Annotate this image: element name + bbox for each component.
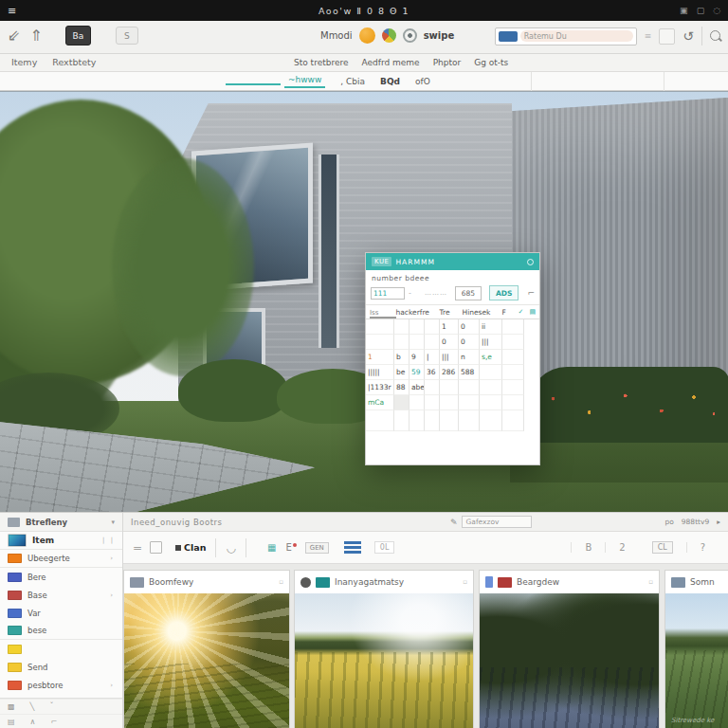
thumbnail-card[interactable]: Boomfewy▫ xyxy=(123,570,290,728)
orange-status-icon[interactable] xyxy=(359,27,375,44)
chevron-down-icon[interactable]: ▾ xyxy=(111,519,115,526)
view-option-button[interactable] xyxy=(659,28,675,45)
sort-bars-icon[interactable] xyxy=(344,541,361,554)
layout-lines-icon[interactable]: = xyxy=(133,541,142,555)
dialog-button-a[interactable]: 685 xyxy=(455,286,482,300)
floating-dialog[interactable]: KUE HARMMM number bdeee - ……… 685 ADS ⌐ … xyxy=(365,252,540,465)
photo-hedge xyxy=(178,359,288,422)
person-icon[interactable]: B xyxy=(571,542,605,553)
sidebar-item-base[interactable]: Base› xyxy=(0,586,122,604)
subtab-item[interactable]: BQd xyxy=(380,77,400,86)
column-label[interactable]: Iss xyxy=(370,309,396,318)
dialog-titlebar[interactable]: KUE HARMMM xyxy=(366,253,539,270)
sidebar-footer-icon[interactable]: ⌐ xyxy=(50,718,57,726)
card-corner-icon[interactable]: ▫ xyxy=(279,578,283,586)
menu-tab[interactable]: Rextbtety xyxy=(52,57,96,67)
search-filter-icon[interactable] xyxy=(499,31,518,42)
mode-button-dark[interactable]: Ba xyxy=(65,26,91,46)
search-icon[interactable] xyxy=(710,30,722,43)
window-control-icon[interactable]: ▢ xyxy=(697,6,705,15)
film-header-right-item[interactable]: ▸ xyxy=(717,518,720,526)
mode-button-light[interactable]: S xyxy=(116,27,138,45)
flag-e-icon[interactable]: E xyxy=(285,542,291,553)
sidebar-item[interactable] xyxy=(0,640,122,658)
sidebar-header[interactable]: Btrefleny ▾ xyxy=(0,513,122,532)
dialog-header-icon[interactable]: ▤ xyxy=(529,308,536,316)
clan-button[interactable]: Clan xyxy=(175,542,206,553)
dialog-table-cell xyxy=(502,395,524,410)
menu-item[interactable]: Sto tretbrere xyxy=(294,58,349,67)
thumbnail-image[interactable] xyxy=(295,593,473,728)
search-box[interactable] xyxy=(495,27,637,46)
search-input[interactable] xyxy=(520,30,633,42)
thumbnail-image[interactable] xyxy=(480,593,659,728)
thumbnail-card[interactable]: Inanyagatmatsy▫ xyxy=(294,570,474,728)
sidebar-item-action-icon[interactable]: › xyxy=(110,682,115,689)
dialog-column-header[interactable]: hackerfre xyxy=(396,308,440,317)
dialog-table-cell: s,e xyxy=(480,350,502,365)
subtab-item[interactable]: ofO xyxy=(415,77,430,86)
sidebar-item-bese[interactable]: bese xyxy=(0,622,122,640)
menu-tab[interactable]: Itemy xyxy=(11,57,37,67)
sidebar-footer-icon[interactable]: ˇ xyxy=(49,702,53,711)
sidebar-footer-icon[interactable]: ∧ xyxy=(30,718,36,726)
thumbnail-image[interactable]: Sitrewede ke xyxy=(665,593,728,728)
help-icon[interactable]: ? xyxy=(686,542,719,553)
main-photo-viewer[interactable]: KUE HARMMM number bdeee - ……… 685 ADS ⌐ … xyxy=(0,91,728,512)
film-edit-chip[interactable]: Gafexzov xyxy=(462,516,532,528)
film-header-right-item[interactable]: 988ttv9 xyxy=(682,518,709,526)
menu-item[interactable]: Aedfrd meme xyxy=(362,58,420,67)
sidebar-item-pesbtore[interactable]: pesbtore› xyxy=(0,676,122,694)
sidebar-item-action-icon[interactable]: › xyxy=(110,555,115,562)
dialog-table-cell: 0 xyxy=(459,319,480,335)
sidebar-item-action-icon[interactable]: | | xyxy=(102,537,115,544)
undo-icon[interactable]: ↺ xyxy=(682,28,694,44)
grid-view-icon[interactable]: ▦ xyxy=(267,542,276,553)
sidebar-item-send[interactable]: Send xyxy=(0,658,122,676)
menu-item[interactable]: Phptor xyxy=(433,58,462,67)
thumbnail-image[interactable] xyxy=(124,593,289,728)
dialog-number-input[interactable] xyxy=(371,287,405,300)
subtab-item[interactable]: , Cbia xyxy=(340,77,365,86)
dialog-button-b[interactable]: ADS xyxy=(489,285,519,300)
sidebar-footer-icon[interactable]: ▤ xyxy=(8,718,15,726)
pencil-icon[interactable]: ✎ xyxy=(450,518,458,527)
sidebar-item-item[interactable]: Item| | xyxy=(0,532,122,550)
window-control-icon[interactable]: ▣ xyxy=(680,6,688,15)
thumbnail-card[interactable]: SomnSitrewede ke xyxy=(664,570,728,728)
film-toolbar: = Clan ◡ ▦ E GEN 0L B2CL? xyxy=(123,532,728,564)
sidebar-footer-icon[interactable]: ▩ xyxy=(8,702,15,711)
thumbnail-view-icon[interactable] xyxy=(150,541,162,554)
sidebar-item-label: Bere xyxy=(27,573,46,582)
dialog-table-cell: 0 xyxy=(440,335,459,350)
thumbnail-card[interactable]: Beargdew▫ xyxy=(479,570,660,728)
cl-button[interactable]: CL xyxy=(652,541,673,554)
dialog-header-icon[interactable]: ✓ xyxy=(519,308,524,316)
dialog-table-cell xyxy=(502,380,524,395)
sidebar-item-bere[interactable]: Bere xyxy=(0,568,122,586)
lasso-icon[interactable]: ◡ xyxy=(226,541,235,555)
film-header-right-item[interactable]: po xyxy=(664,518,673,526)
dialog-subtitle: number bdeee xyxy=(366,270,539,283)
gen-button[interactable]: GEN xyxy=(305,542,329,554)
sidebar-item-ubeegerte[interactable]: Ubeegerte› xyxy=(0,550,122,568)
dialog-close-icon[interactable] xyxy=(527,259,534,265)
nav-up-icon[interactable]: ⇑ xyxy=(29,27,42,45)
sidebar-footer-icon[interactable]: ╲ xyxy=(30,702,35,711)
zoom-level-button[interactable]: 0L xyxy=(374,541,395,554)
gear-icon[interactable] xyxy=(403,28,417,43)
card-corner-icon[interactable]: ▫ xyxy=(463,578,467,586)
color-wheel-icon[interactable] xyxy=(382,28,396,43)
rotate-icon[interactable]: 2 xyxy=(605,542,638,553)
card-corner-icon[interactable]: ▫ xyxy=(648,578,653,586)
window-control-icon[interactable]: ◌ xyxy=(713,6,720,15)
menu-item[interactable]: Gg ot-ts xyxy=(474,58,508,67)
dialog-column-header[interactable]: Tre xyxy=(440,308,463,317)
sidebar-item-action-icon[interactable]: › xyxy=(110,592,115,599)
nav-back-icon[interactable]: ⇙ xyxy=(8,27,20,45)
dialog-column-header[interactable]: F xyxy=(502,308,516,317)
dialog-column-header[interactable]: Hinesek xyxy=(463,308,502,317)
sidebar-item-var[interactable]: Var xyxy=(0,604,122,622)
dialog-table-cell xyxy=(502,365,524,380)
tab-active[interactable]: ~hwww xyxy=(284,75,325,88)
